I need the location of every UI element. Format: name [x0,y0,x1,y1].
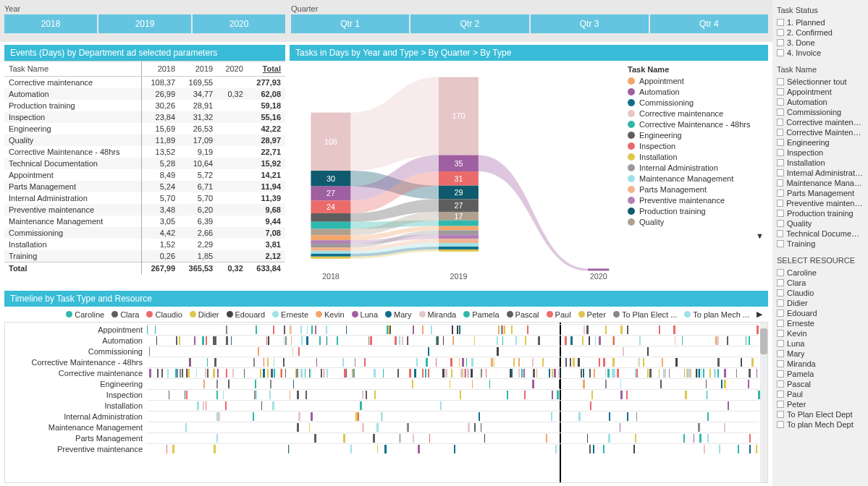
timeline-legend-item[interactable]: Pascal [507,310,539,319]
filter-taskname-item[interactable]: Appointment [775,87,865,97]
filter-resource-item[interactable]: Pascal [775,379,865,389]
timeline-legend-item[interactable]: Clara [111,310,139,319]
timeline-legend-item[interactable]: Didier [190,310,219,319]
chevron-right-icon[interactable]: ▶ [757,310,762,319]
filter-resource-item[interactable]: Didier [775,298,865,308]
timeline-legend-item[interactable]: Pamela [463,310,499,319]
timeline-track[interactable] [147,335,759,346]
table-row[interactable]: Automation26,9934,770,3262,08 [4,88,285,100]
timeline-legend-item[interactable]: To Plan Elect ... [613,310,677,319]
timeline-legend-item[interactable]: Paul [547,310,571,319]
filter-status-item[interactable]: 3. Done [775,38,865,48]
timeline-legend-item[interactable]: Kevin [316,310,345,319]
filter-resource-item[interactable]: Erneste [775,318,865,328]
table-row[interactable]: Training0,261,852,12 [4,250,285,263]
quarter-btn[interactable]: Qtr 2 [410,14,528,33]
scrollbar-thumb[interactable] [760,328,767,354]
chevron-down-icon[interactable]: ▼ [756,231,764,240]
timeline-legend-item[interactable]: Luna [352,310,378,319]
table-row[interactable]: Corrective Maintenance - 48hrs13,529,192… [4,146,285,158]
legend-item[interactable]: Corrective Maintenance - 48hrs [628,120,764,129]
filter-status-item[interactable]: 4. Invoice [775,48,865,58]
table-row[interactable]: Appointment8,495,7214,21 [4,169,285,181]
filter-taskname-item[interactable]: Commissioning [775,107,865,117]
quarter-btn[interactable]: Qtr 1 [291,14,409,33]
table-row[interactable]: Inspection23,8431,3255,16 [4,111,285,123]
legend-item[interactable]: Installation [628,153,764,161]
legend-item[interactable]: Appointment [628,77,764,85]
filter-taskname-item[interactable]: Preventive maintenance [775,198,865,208]
table-row[interactable]: Installation1,522,293,81 [4,239,285,250]
table-row[interactable]: Commissioning4,422,667,08 [4,227,285,239]
filter-resource-item[interactable]: Paul [775,389,865,399]
filter-resource-item[interactable]: Mary [775,349,865,359]
filter-taskname-item[interactable]: Quality [775,218,865,229]
filter-resource-item[interactable]: Kevin [775,328,865,338]
col-header[interactable]: Total [248,61,285,77]
scrollbar[interactable] [760,323,767,482]
filter-resource-item[interactable]: Pamela [775,369,865,379]
col-header[interactable]: 2020 [217,61,248,77]
filter-status-item[interactable]: 1. Planned [775,17,865,27]
table-row[interactable]: Quality11,8917,0928,97 [4,135,285,146]
filter-taskname-item[interactable]: Production training [775,208,865,218]
quarter-btn[interactable]: Qtr 4 [650,14,768,33]
filter-taskname-item[interactable]: Maintenance Manage... [775,178,865,188]
timeline-track[interactable] [147,411,759,422]
timeline-legend-item[interactable]: Caroline [66,310,104,319]
timeline-legend-item[interactable]: To plan Mech ... [684,310,749,319]
col-header[interactable]: 2019 [180,61,217,77]
filter-taskname-item[interactable]: Corrective Maintenanc... [775,127,865,137]
timeline-legend-item[interactable]: Mary [385,310,411,319]
sankey-chart[interactable]: 1083027241703531292717201820192020 [290,61,623,285]
filter-taskname-item[interactable]: Technical Documentati... [775,229,865,239]
timeline-chart[interactable]: AppointmentAutomationCommissioningCorrec… [4,322,768,483]
legend-item[interactable]: Quality [628,218,764,226]
timeline-track[interactable] [147,378,759,389]
legend-item[interactable]: Automation [628,88,764,96]
timeline-track[interactable] [147,422,759,432]
table-row[interactable]: Technical Documentation5,2810,6415,92 [4,158,285,169]
legend-item[interactable]: Preventive maintenance [628,196,764,205]
legend-item[interactable]: Inspection [628,142,764,150]
filter-taskname-item[interactable]: Corrective maintenance [775,117,865,127]
legend-item[interactable]: Internal Administration [628,163,764,172]
timeline-track[interactable] [147,324,759,335]
timeline-legend-item[interactable]: Erneste [272,310,308,319]
timeline-track[interactable] [147,357,759,367]
filter-status-item[interactable]: 2. Confirmed [775,27,865,38]
legend-item[interactable]: Parts Management [628,185,764,194]
legend-item[interactable]: Production training [628,207,764,216]
filter-resource-item[interactable]: Clara [775,278,865,288]
table-row[interactable]: Preventive maintenance3,486,209,68 [4,204,285,216]
filter-resource-item[interactable]: Caroline [775,268,865,278]
col-header[interactable]: Task Name [4,61,141,77]
filter-resource-item[interactable]: Edouard [775,308,865,318]
legend-item[interactable]: Engineering [628,131,764,140]
timeline-legend-item[interactable]: Claudio [146,310,182,319]
table-row[interactable]: Production training30,2628,9159,18 [4,100,285,111]
timeline-legend-item[interactable]: Edouard [227,310,266,319]
col-header[interactable]: 2018 [141,61,180,77]
filter-resource-item[interactable]: To plan Mech Dept [775,419,865,430]
table-row[interactable]: Corrective maintenance108,37169,55277,93 [4,77,285,89]
timeline-track[interactable] [147,400,759,411]
legend-item[interactable]: Corrective maintenance [628,109,764,118]
filter-taskname-item[interactable]: Installation [775,158,865,168]
legend-item[interactable]: Maintenance Management [628,174,764,183]
timeline-track[interactable] [147,432,759,443]
timeline-track[interactable] [147,346,759,357]
year-btn-2020[interactable]: 2020 [193,14,285,33]
events-table[interactable]: Task Name201820192020TotalCorrective mai… [4,61,285,274]
filter-taskname-item[interactable]: Training [775,239,865,249]
filter-taskname-item[interactable]: Inspection [775,148,865,158]
filter-resource-item[interactable]: To Plan Elect Dept [775,409,865,419]
timeline-legend-item[interactable]: Miranda [419,310,457,319]
filter-resource-item[interactable]: Miranda [775,359,865,369]
filter-taskname-item[interactable]: Automation [775,97,865,107]
timeline-track[interactable] [147,367,759,378]
legend-item[interactable]: Commissioning [628,98,764,107]
quarter-btn[interactable]: Qtr 3 [531,14,649,33]
table-row[interactable]: Internal Administration5,705,7011,39 [4,192,285,204]
year-btn-2019[interactable]: 2019 [98,14,191,33]
